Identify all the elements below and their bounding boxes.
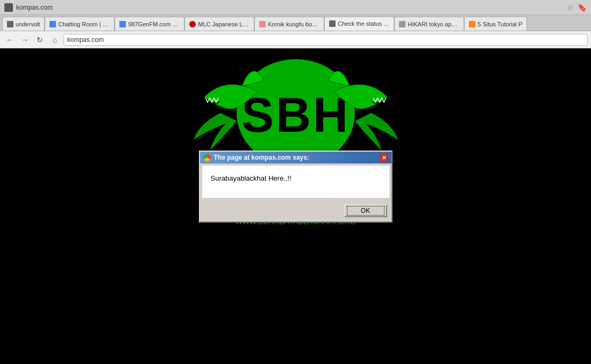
dialog-title-bar: The page at kompas.com says: ✕ xyxy=(200,152,391,163)
tab-label-tutorial: 5 Situs Tutorial P xyxy=(478,21,522,27)
dialog-content: Surabayablackhat Here..!! xyxy=(202,166,389,198)
alert-dialog: The page at kompas.com says: ✕ Surabayab… xyxy=(199,151,393,223)
dialog-title-text: The page at kompas.com says: xyxy=(214,154,309,161)
tab-favicon-hikari xyxy=(399,21,405,27)
tab-mlc[interactable]: MLC Japanese Lang... xyxy=(184,17,254,31)
dialog-message: Surabayablackhat Here..!! xyxy=(211,174,291,182)
address-bar[interactable] xyxy=(63,34,588,46)
ok-label: OK xyxy=(361,207,370,215)
page-content: SBH xyxy=(0,48,591,364)
tab-favicon-chatting xyxy=(49,21,56,27)
chrome-icon xyxy=(203,154,211,161)
ok-button[interactable]: OK xyxy=(344,204,387,217)
tab-tutorial[interactable]: 5 Situs Tutorial P xyxy=(464,17,527,31)
tab-favicon-checkstatus xyxy=(329,20,336,27)
tabs-bar: undervolt Chatting Room | Lin... 987GenF… xyxy=(0,15,591,31)
tab-favicon-undervolt xyxy=(7,21,13,27)
tab-undervolt[interactable]: undervolt xyxy=(2,17,45,31)
dialog-footer: OK xyxy=(200,200,391,222)
ok-button-inner: OK xyxy=(347,206,384,216)
tab-label-checkstatus: Check the status of ... xyxy=(338,20,389,27)
navigation-bar: ← → ↻ ⌂ xyxy=(0,31,591,48)
tab-checkstatus[interactable]: Check the status of ... xyxy=(324,17,394,31)
tab-favicon-tutorial xyxy=(469,21,475,27)
dialog-overlay: The page at kompas.com says: ✕ Surabayab… xyxy=(0,48,591,364)
tab-label-undervolt: undervolt xyxy=(16,21,40,27)
tab-label-komik: Komik kungfu boy L... xyxy=(268,21,319,27)
tab-label-hikari: HIKARI tokyo apart... xyxy=(408,21,459,27)
dialog-close-button[interactable]: ✕ xyxy=(380,154,388,161)
tab-favicon-komik xyxy=(259,21,266,27)
tab-komik[interactable]: Komik kungfu boy L... xyxy=(254,17,324,31)
home-button[interactable]: ⌂ xyxy=(48,33,61,46)
tab-label-987gen: 987GenFM.com - Sur... xyxy=(128,21,180,27)
tab-favicon-mlc xyxy=(189,21,196,27)
tab-label-mlc: MLC Japanese Lang... xyxy=(198,21,250,27)
back-button[interactable]: ← xyxy=(3,33,16,46)
window-title: kompas.com xyxy=(16,4,53,11)
browser-icon xyxy=(4,3,13,12)
tab-label-chatting: Chatting Room | Lin... xyxy=(58,21,110,27)
forward-button[interactable]: → xyxy=(18,33,31,46)
tab-chatting[interactable]: Chatting Room | Lin... xyxy=(45,17,115,31)
bookmark-folder-button[interactable]: 🔖 xyxy=(577,3,587,12)
reload-button[interactable]: ↻ xyxy=(33,33,46,46)
tab-favicon-987gen xyxy=(119,21,126,27)
window-controls: ☆ 🔖 xyxy=(565,3,587,12)
bookmark-star-button[interactable]: ☆ xyxy=(565,3,575,12)
tab-hikari[interactable]: HIKARI tokyo apart... xyxy=(394,17,464,31)
tab-987gen[interactable]: 987GenFM.com - Sur... xyxy=(115,17,184,31)
title-bar: kompas.com ☆ 🔖 xyxy=(0,0,591,15)
